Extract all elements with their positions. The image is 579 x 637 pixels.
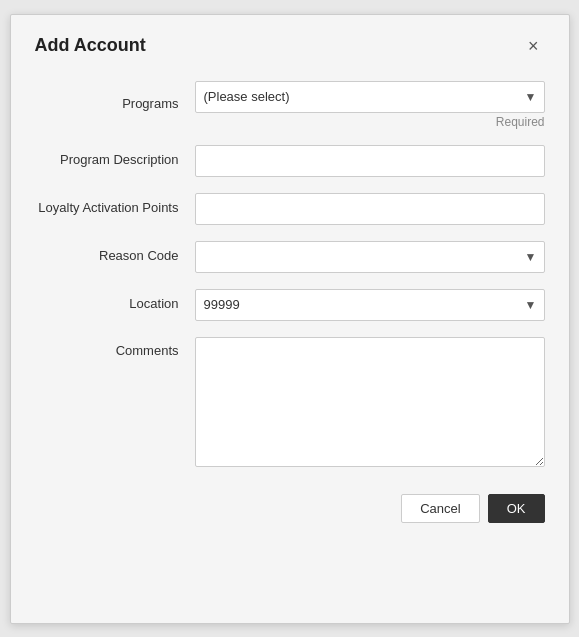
comments-label: Comments <box>35 337 195 360</box>
loyalty-points-label: Loyalty Activation Points <box>35 200 195 217</box>
location-label: Location <box>35 296 195 313</box>
location-row: Location 99999 ▼ <box>35 289 545 321</box>
programs-required-text: Required <box>195 115 545 129</box>
location-select-wrapper: 99999 ▼ <box>195 289 545 321</box>
close-button[interactable]: × <box>522 35 545 57</box>
programs-row: Programs (Please select) ▼ Required <box>35 81 545 129</box>
add-account-dialog: Add Account × Programs (Please select) ▼… <box>10 14 570 624</box>
dialog-header: Add Account × <box>35 35 545 57</box>
reason-code-label: Reason Code <box>35 248 195 265</box>
programs-control: (Please select) ▼ Required <box>195 81 545 129</box>
program-description-row: Program Description <box>35 145 545 177</box>
program-description-input[interactable] <box>195 145 545 177</box>
comments-textarea[interactable] <box>195 337 545 467</box>
dialog-title: Add Account <box>35 35 146 56</box>
programs-select-wrapper: (Please select) ▼ <box>195 81 545 113</box>
comments-control <box>195 337 545 470</box>
reason-code-control: ▼ <box>195 241 545 273</box>
ok-button[interactable]: OK <box>488 494 545 523</box>
cancel-button[interactable]: Cancel <box>401 494 479 523</box>
programs-select[interactable]: (Please select) <box>195 81 545 113</box>
reason-code-row: Reason Code ▼ <box>35 241 545 273</box>
location-control: 99999 ▼ <box>195 289 545 321</box>
program-description-control <box>195 145 545 177</box>
comments-row: Comments <box>35 337 545 470</box>
program-description-label: Program Description <box>35 152 195 169</box>
loyalty-points-row: Loyalty Activation Points <box>35 193 545 225</box>
programs-label: Programs <box>35 96 195 113</box>
dialog-footer: Cancel OK <box>35 494 545 523</box>
reason-code-select[interactable] <box>195 241 545 273</box>
reason-code-select-wrapper: ▼ <box>195 241 545 273</box>
loyalty-points-control <box>195 193 545 225</box>
loyalty-points-input[interactable] <box>195 193 545 225</box>
location-select[interactable]: 99999 <box>195 289 545 321</box>
